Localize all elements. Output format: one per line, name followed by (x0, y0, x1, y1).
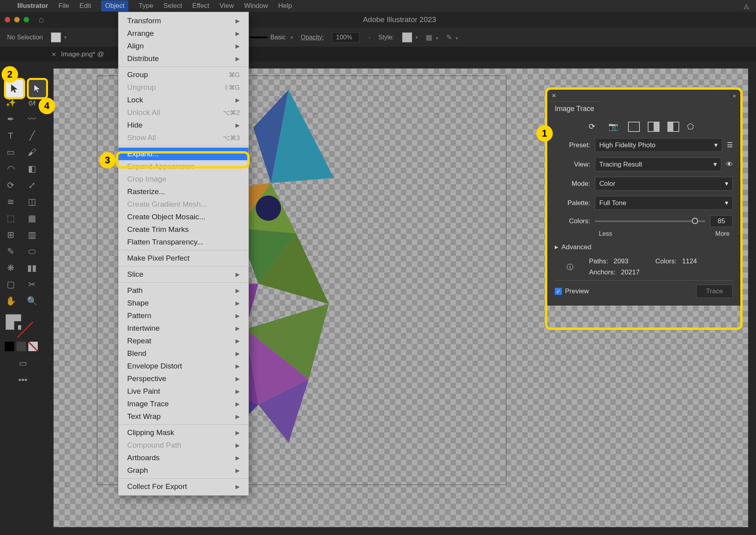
style-swatch-control[interactable]: ▾ (402, 32, 418, 43)
tool-pen[interactable]: ✒ (0, 111, 21, 128)
close-window-button[interactable] (5, 17, 10, 22)
preset-select[interactable]: High Fidelity Photo▾ (595, 138, 722, 152)
menu-item-shape[interactable]: Shape▶ (119, 297, 248, 309)
tool-symbol-sprayer[interactable]: ❋ (0, 260, 21, 276)
menu-item-clipping-mask[interactable]: Clipping Mask▶ (119, 426, 248, 439)
menu-item-graph[interactable]: Graph▶ (119, 464, 248, 477)
view-eye-icon[interactable]: 👁 (726, 161, 733, 168)
app-name[interactable]: Illustrator (17, 2, 48, 10)
preset-auto-icon[interactable]: ⟳ (589, 122, 600, 132)
align-icon[interactable]: ▦ ▾ (426, 33, 438, 42)
tool-shape-builder[interactable]: ⬚ (0, 210, 21, 227)
menu-item-envelope-distort[interactable]: Envelope Distort▶ (119, 360, 248, 372)
color-mode-solid[interactable] (5, 342, 14, 351)
menu-item-blend[interactable]: Blend▶ (119, 347, 248, 360)
advanced-toggle[interactable]: ▸Advanced (555, 243, 733, 251)
colors-value[interactable]: 85 (710, 215, 733, 227)
menu-item-lock[interactable]: Lock▶ (119, 94, 248, 106)
preset-menu-icon[interactable]: ☰ (727, 141, 733, 149)
opacity-arrow-icon[interactable]: › (369, 35, 371, 40)
transform-icon[interactable]: ✎ ▾ (446, 33, 458, 42)
menu-item-transform[interactable]: Transform▶ (119, 15, 248, 27)
mode-select[interactable]: Color▾ (595, 177, 733, 191)
tool-slice[interactable]: ✂ (21, 276, 43, 293)
tool-paintbrush[interactable]: 🖌 (21, 144, 43, 161)
tool-free-transform[interactable]: ◫ (21, 194, 43, 210)
preset-low-icon[interactable] (628, 122, 640, 132)
menu-item-path[interactable]: Path▶ (119, 284, 248, 297)
tool-rotate[interactable]: ⟳ (0, 177, 21, 194)
panel-close-icon[interactable]: ✕ (552, 93, 556, 99)
menu-item-create-trim-marks[interactable]: Create Trim Marks (119, 223, 248, 236)
menu-item-perspective[interactable]: Perspective▶ (119, 372, 248, 385)
menu-object[interactable]: Object (101, 0, 128, 11)
home-icon[interactable]: ⌂ (39, 15, 44, 25)
panel-title[interactable]: Image Trace (548, 101, 601, 116)
tool-eyedropper[interactable]: ✎ (0, 243, 21, 260)
tool-blend[interactable]: ⬭ (21, 243, 43, 260)
tool-zoom[interactable]: 🔍 (21, 293, 43, 309)
menu-item-image-trace[interactable]: Image Trace▶ (119, 398, 248, 410)
menu-type[interactable]: Type (139, 2, 153, 10)
menu-item-slice[interactable]: Slice▶ (119, 268, 248, 281)
menu-item-flatten-transparency[interactable]: Flatten Transparency... (119, 236, 248, 248)
minimize-window-button[interactable] (14, 17, 20, 22)
preset-outline-icon[interactable]: ⬠ (687, 122, 699, 132)
panel-collapse-icon[interactable]: « (733, 93, 736, 99)
tool-rectangle[interactable]: ▭ (0, 144, 21, 161)
menu-item-make-pixel-perfect[interactable]: Make Pixel Perfect (119, 252, 248, 265)
menu-item-pattern[interactable]: Pattern▶ (119, 309, 248, 322)
colors-slider[interactable] (595, 220, 705, 222)
tool-column-graph[interactable]: ▮▮ (21, 260, 43, 276)
tool-eraser[interactable]: ◧ (21, 161, 43, 177)
menu-item-expand[interactable]: Expand... (119, 148, 248, 160)
menu-file[interactable]: File (58, 2, 69, 10)
menu-item-live-paint[interactable]: Live Paint▶ (119, 385, 248, 398)
menu-item-artboards[interactable]: Artboards▶ (119, 452, 248, 464)
menubar-right-icon[interactable]: ◬ (744, 2, 749, 10)
preset-photo-icon[interactable]: 📷 (608, 122, 620, 132)
opacity-input[interactable]: 100% (332, 32, 359, 43)
menu-item-create-object-mosaic[interactable]: Create Object Mosaic... (119, 211, 248, 223)
menu-item-collect-for-export[interactable]: Collect For Export▶ (119, 480, 248, 493)
tool-type[interactable]: T (0, 128, 21, 144)
menu-item-distribute[interactable]: Distribute▶ (119, 52, 248, 65)
tool-mesh[interactable]: ⊞ (0, 227, 21, 243)
fill-swatch-control[interactable]: ▾ (51, 32, 67, 43)
tool-line[interactable]: ╱ (21, 128, 43, 144)
menu-item-hide[interactable]: Hide▶ (119, 119, 248, 131)
tool-width[interactable]: ≋ (0, 194, 21, 210)
tool-shaper[interactable]: ◠ (0, 161, 21, 177)
menu-view[interactable]: View (220, 2, 234, 10)
tool-curvature[interactable]: 〰 (21, 111, 43, 128)
trace-button[interactable]: Trace (696, 285, 733, 298)
menu-item-text-wrap[interactable]: Text Wrap▶ (119, 410, 248, 423)
maximize-window-button[interactable] (24, 17, 29, 22)
menu-select[interactable]: Select (163, 2, 182, 10)
tool-perspective[interactable]: ▦ (21, 210, 43, 227)
tool-gradient[interactable]: ▥ (21, 227, 43, 243)
color-mode-gradient[interactable] (17, 342, 26, 351)
menu-item-group[interactable]: Group⌘G (119, 68, 248, 81)
fill-stroke-indicator[interactable] (0, 312, 46, 339)
preset-gray-icon[interactable] (648, 122, 660, 132)
menu-item-rasterize[interactable]: Rasterize... (119, 185, 248, 198)
menu-item-repeat[interactable]: Repeat▶ (119, 335, 248, 347)
menu-window[interactable]: Window (244, 2, 268, 10)
tool-hand[interactable]: ✋ (0, 293, 21, 309)
tool-artboard[interactable]: ▢ (0, 276, 21, 293)
tool-overflow[interactable]: ••• (0, 372, 46, 388)
view-select[interactable]: Tracing Result▾ (595, 157, 721, 171)
screen-mode[interactable]: ▭ (0, 355, 46, 372)
menu-edit[interactable]: Edit (80, 2, 91, 10)
menu-effect[interactable]: Effect (192, 2, 209, 10)
tab-close-icon[interactable]: ✕ (51, 51, 56, 58)
menu-item-intertwine[interactable]: Intertwine▶ (119, 322, 248, 335)
menu-item-align[interactable]: Align▶ (119, 40, 248, 52)
document-tab[interactable]: Image.png* @ (61, 50, 104, 58)
palette-select[interactable]: Full Tone▾ (595, 196, 733, 210)
preset-bw-icon[interactable] (667, 122, 679, 132)
color-mode-none[interactable] (28, 342, 38, 351)
menu-item-arrange[interactable]: Arrange▶ (119, 27, 248, 40)
menu-help[interactable]: Help (278, 2, 292, 10)
